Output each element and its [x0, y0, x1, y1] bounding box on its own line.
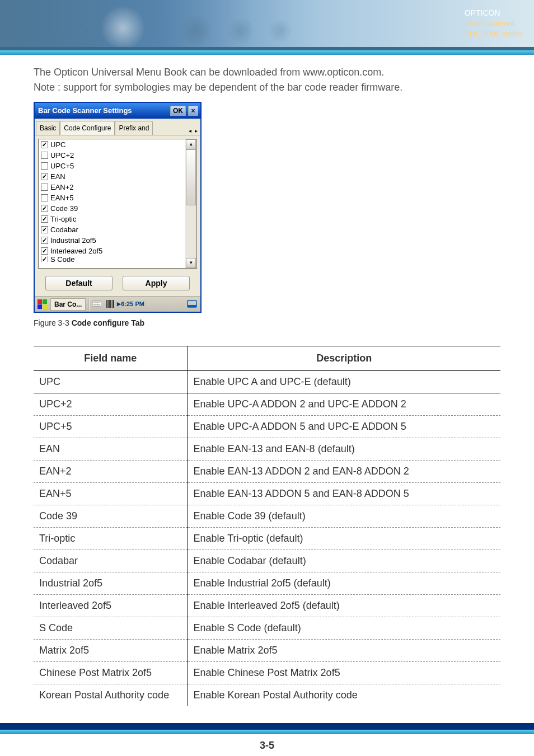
page-number: 3-5: [0, 734, 534, 756]
svg-rect-1: [43, 299, 47, 304]
scroll-up-icon[interactable]: ▴: [186, 139, 196, 149]
cell-desc: Enable Chinese Post Matrix 2of5: [188, 662, 500, 684]
dialog-titlebar: Bar Code Scanner Settings OK ×: [35, 103, 200, 119]
taskbar: Bar Co... ▶ 6:25 PM: [35, 296, 200, 312]
tab-strip: Basic Code Configure Prefix and ◂ ▸: [35, 119, 200, 135]
checkbox-item[interactable]: ✓EAN: [41, 171, 185, 182]
checkbox-item[interactable]: ✓UPC: [41, 139, 185, 150]
checkbox-icon[interactable]: [41, 162, 48, 170]
table-row: Matrix 2of5Enable Matrix 2of5: [34, 640, 500, 662]
cell-desc: Enable EAN-13 and EAN-8 (default): [188, 438, 500, 461]
checkbox-label: UPC+5: [50, 161, 74, 171]
checkbox-icon[interactable]: ✓: [41, 215, 48, 223]
checkbox-icon[interactable]: [41, 184, 48, 191]
cell-field: Matrix 2of5: [34, 640, 188, 662]
close-button[interactable]: ×: [188, 106, 198, 116]
cell-desc: Enable Matrix 2of5: [188, 640, 500, 662]
scroll-thumb[interactable]: [186, 149, 196, 205]
tab-code-configure[interactable]: Code Configure: [60, 121, 115, 135]
tab-prefix-and[interactable]: Prefix and: [115, 121, 153, 135]
tab-scroll-left-icon[interactable]: ◂: [187, 126, 193, 135]
apply-button[interactable]: Apply: [123, 276, 190, 290]
checkbox-item[interactable]: EAN+5: [41, 192, 185, 203]
checkbox-item[interactable]: UPC+2: [41, 150, 185, 161]
checkbox-item[interactable]: ✓Codabar: [41, 224, 185, 235]
cell-desc: Enable Codabar (default): [188, 550, 500, 572]
checkbox-icon[interactable]: ✓: [41, 141, 48, 148]
checkbox-icon[interactable]: ✓: [41, 226, 48, 233]
tab-scroll-right-icon[interactable]: ▸: [193, 126, 199, 135]
dialog-title: Bar Code Scanner Settings: [38, 105, 132, 116]
checkbox-label: Codabar: [50, 224, 78, 235]
svg-rect-3: [43, 304, 47, 309]
checkbox-icon[interactable]: ✓: [41, 173, 48, 180]
cell-desc: Enable EAN-13 ADDON 5 and EAN-8 ADDON 5: [188, 483, 500, 505]
cell-desc: Enable Tri-optic (default): [188, 528, 500, 550]
cell-field: UPC: [34, 371, 188, 393]
checkbox-item[interactable]: ✓Interleaved 2of5: [41, 246, 185, 256]
checkbox-item[interactable]: ✓S Code: [41, 256, 185, 262]
checkbox-icon[interactable]: [41, 152, 48, 159]
figure-caption: Figure 3-3 Code configure Tab: [34, 317, 500, 329]
cell-desc: Enable UPC-A ADDON 2 and UPC-E ADDON 2: [188, 393, 500, 416]
code-list: ✓UPCUPC+2UPC+5✓EANEAN+2EAN+5✓Code 39✓Tri…: [38, 139, 197, 269]
table-row: Korean Postal Authority codeEnable Korea…: [34, 684, 500, 707]
footer-cyan-bar: [0, 730, 534, 734]
cell-field: UPC+5: [34, 416, 188, 438]
checkbox-icon[interactable]: [41, 194, 48, 201]
cell-field: Code 39: [34, 505, 188, 528]
caption-prefix: Figure 3-3: [34, 318, 72, 327]
cell-field: Tri-optic: [34, 528, 188, 550]
svg-rect-14: [188, 305, 196, 307]
ok-button[interactable]: OK: [170, 106, 186, 116]
scrollbar[interactable]: ▴ ▾: [185, 139, 196, 268]
th-field: Field name: [34, 346, 188, 371]
intro-line1: The Opticon Universal Menu Book can be d…: [34, 67, 384, 78]
cell-desc: Enable Code 39 (default): [188, 505, 500, 528]
header-banner: OPTICON User's manual PHL-7000 series: [0, 0, 534, 50]
scroll-down-icon[interactable]: ▾: [186, 258, 196, 268]
checkbox-icon[interactable]: ✓: [41, 247, 48, 255]
description-table: Field name Description UPCEnable UPC A a…: [34, 346, 500, 706]
tab-basic[interactable]: Basic: [36, 121, 60, 135]
cell-field: UPC+2: [34, 393, 188, 416]
footer-navy-bar: [0, 723, 534, 730]
start-icon[interactable]: [37, 299, 48, 310]
checkbox-icon[interactable]: ✓: [41, 237, 48, 244]
table-row: Industrial 2of5Enable Industrial 2of5 (d…: [34, 572, 500, 595]
table-row: EAN+5Enable EAN-13 ADDON 5 and EAN-8 ADD…: [34, 483, 500, 505]
system-tray: ▶ 6:25 PM: [90, 299, 186, 309]
table-row: S CodeEnable S Code (default): [34, 617, 500, 640]
taskbar-app[interactable]: Bar Co...: [50, 298, 86, 311]
tray-barcode-icon[interactable]: [106, 300, 115, 309]
checkbox-icon[interactable]: ✓: [41, 205, 48, 212]
cell-desc: Enable EAN-13 ADDON 2 and EAN-8 ADDON 2: [188, 461, 500, 483]
svg-rect-11: [112, 300, 113, 308]
cell-desc: Enable Interleaved 2of5 (default): [188, 595, 500, 617]
checkbox-label: EAN+5: [50, 192, 74, 203]
cell-field: EAN: [34, 438, 188, 461]
cell-field: EAN+5: [34, 483, 188, 505]
show-desktop-icon[interactable]: [186, 298, 198, 311]
cell-desc: Enable UPC A and UPC-E (default): [188, 371, 500, 393]
checkbox-item[interactable]: UPC+5: [41, 161, 185, 171]
cell-field: Industrial 2of5: [34, 572, 188, 595]
checkbox-label: EAN: [50, 171, 65, 182]
checkbox-label: S Code: [50, 256, 74, 262]
checkbox-item[interactable]: ✓Code 39: [41, 203, 185, 214]
table-row: Chinese Post Matrix 2of5Enable Chinese P…: [34, 662, 500, 684]
cell-field: Korean Postal Authority code: [34, 684, 188, 707]
cell-desc: Enable Korean Postal Authority code: [188, 684, 500, 707]
tray-keyboard-icon[interactable]: [92, 300, 101, 309]
cell-field: S Code: [34, 617, 188, 640]
svg-rect-10: [110, 300, 111, 308]
checkbox-item[interactable]: ✓Tri-optic: [41, 214, 185, 224]
default-button[interactable]: Default: [45, 276, 113, 290]
checkbox-icon[interactable]: ✓: [41, 256, 48, 262]
checkbox-item[interactable]: ✓Industrial 2of5: [41, 235, 185, 246]
caption-bold: Code configure Tab: [72, 318, 144, 327]
checkbox-label: Interleaved 2of5: [50, 246, 102, 256]
table-row: UPC+2Enable UPC-A ADDON 2 and UPC-E ADDO…: [34, 393, 500, 416]
cell-field: Chinese Post Matrix 2of5: [34, 662, 188, 684]
checkbox-item[interactable]: EAN+2: [41, 182, 185, 192]
